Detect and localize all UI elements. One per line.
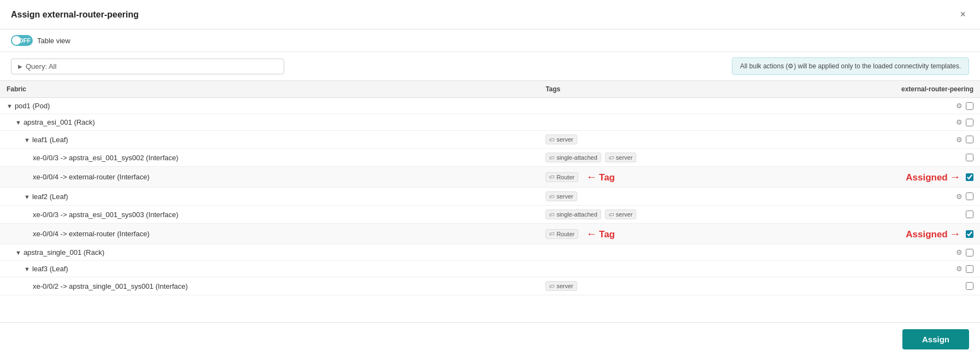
close-button[interactable]: × bbox=[956, 8, 969, 21]
row-checkbox[interactable] bbox=[966, 249, 973, 256]
check-inner: Assigned → bbox=[820, 227, 973, 240]
tags-container: 🏷single-attached🏷server bbox=[545, 209, 807, 219]
fabric-cell: xe-0/0/3 -> apstra_esi_001_sys003 (Inter… bbox=[0, 206, 539, 224]
toggle-state-label: OFF bbox=[19, 37, 31, 44]
table-header: Fabric Tags external-router-peering bbox=[0, 81, 980, 98]
assigned-label: Assigned bbox=[906, 229, 948, 240]
check-cell: ⚙ bbox=[813, 98, 980, 114]
row-checkbox[interactable] bbox=[966, 154, 973, 161]
tags-cell bbox=[539, 244, 813, 261]
check-inner: Assigned → bbox=[820, 171, 973, 183]
tag-pill: 🏷server bbox=[605, 153, 637, 162]
expand-icon[interactable]: ▼ bbox=[15, 119, 21, 126]
fabric-label: xe-0/0/4 -> external-router (Interface) bbox=[33, 173, 150, 181]
row-checkbox[interactable] bbox=[966, 119, 973, 126]
row-checkbox[interactable] bbox=[966, 282, 973, 290]
expand-icon[interactable]: ▼ bbox=[15, 249, 21, 256]
check-cell bbox=[813, 277, 980, 295]
row-checkbox[interactable] bbox=[966, 192, 973, 200]
gear-button[interactable]: ⚙ bbox=[956, 248, 963, 256]
tags-cell: 🏷server bbox=[539, 277, 813, 295]
table-row: xe-0/0/3 -> apstra_esi_001_sys002 (Inter… bbox=[0, 149, 980, 167]
fabric-label: pod1 (Pod) bbox=[15, 102, 50, 110]
check-cell: Assigned → bbox=[813, 224, 980, 244]
tag-label: server bbox=[616, 211, 633, 218]
tags-cell bbox=[539, 261, 813, 277]
table-row: ▼ pod1 (Pod)⚙ bbox=[0, 98, 980, 114]
fabric-cell: ▼ apstra_single_001 (Rack) bbox=[0, 244, 539, 261]
table-row: xe-0/0/3 -> apstra_esi_001_sys003 (Inter… bbox=[0, 206, 980, 224]
tags-container: 🏷Router ← Tag bbox=[545, 227, 807, 240]
assigned-annotation: Assigned → bbox=[906, 227, 963, 240]
modal-header: Assign external-router-peering × bbox=[0, 0, 980, 30]
tag-pill: 🏷server bbox=[545, 191, 577, 201]
modal-toolbar: OFF Table view bbox=[0, 30, 980, 52]
info-text: All bulk actions (⚙) will be applied onl… bbox=[740, 62, 961, 70]
query-text: Query: All bbox=[26, 62, 56, 71]
row-checkbox[interactable] bbox=[966, 173, 973, 181]
expand-icon[interactable]: ▼ bbox=[24, 137, 30, 143]
tag-icon: 🏷 bbox=[549, 212, 555, 218]
gear-button[interactable]: ⚙ bbox=[956, 192, 963, 201]
table-row: ▼ leaf2 (Leaf)🏷server⚙ bbox=[0, 188, 980, 206]
tag-label: server bbox=[556, 136, 573, 143]
filter-bar: ▶ Query: All All bulk actions (⚙) will b… bbox=[0, 52, 980, 80]
fabric-cell: ▼ apstra_esi_001 (Rack) bbox=[0, 114, 539, 131]
expand-icon[interactable]: ▼ bbox=[7, 103, 13, 109]
modal-footer: Assign bbox=[0, 322, 980, 356]
left-arrow-icon: ← bbox=[586, 227, 597, 240]
fabric-label: xe-0/0/3 -> apstra_esi_001_sys003 (Inter… bbox=[33, 211, 178, 219]
assigned-annotation: Assigned → bbox=[906, 171, 963, 183]
tag-icon: 🏷 bbox=[549, 194, 555, 200]
fabric-cell: ▼ leaf3 (Leaf) bbox=[0, 261, 539, 277]
tag-pill: 🏷server bbox=[545, 135, 577, 144]
row-checkbox[interactable] bbox=[966, 136, 973, 143]
gear-button[interactable]: ⚙ bbox=[956, 118, 963, 126]
table-row: ▼ apstra_esi_001 (Rack)⚙ bbox=[0, 114, 980, 131]
fabric-label: apstra_esi_001 (Rack) bbox=[24, 118, 95, 126]
table-body: ▼ pod1 (Pod)⚙▼ apstra_esi_001 (Rack)⚙▼ l… bbox=[0, 98, 980, 295]
tag-pill: 🏷Router bbox=[545, 229, 578, 239]
check-inner: ⚙ bbox=[820, 192, 973, 201]
assign-button[interactable]: Assign bbox=[902, 329, 969, 349]
fabric-label: xe-0/0/3 -> apstra_esi_001_sys002 (Inter… bbox=[33, 154, 178, 162]
tag-icon: 🏷 bbox=[549, 174, 555, 180]
tags-cell bbox=[539, 98, 813, 114]
tag-icon: 🏷 bbox=[609, 155, 614, 161]
row-checkbox[interactable] bbox=[966, 102, 973, 110]
check-cell: ⚙ bbox=[813, 261, 980, 277]
fabric-cell: xe-0/0/2 -> apstra_single_001_sys001 (In… bbox=[0, 277, 539, 295]
row-checkbox[interactable] bbox=[966, 230, 973, 238]
tag-label: Router bbox=[556, 174, 574, 180]
fabric-table: Fabric Tags external-router-peering ▼ po… bbox=[0, 81, 980, 295]
check-inner: ⚙ bbox=[820, 102, 973, 110]
tag-icon: 🏷 bbox=[549, 137, 555, 143]
col-tags: Tags bbox=[539, 81, 813, 98]
gear-button[interactable]: ⚙ bbox=[956, 265, 963, 273]
expand-icon[interactable]: ▼ bbox=[24, 266, 30, 272]
row-checkbox[interactable] bbox=[966, 211, 973, 218]
table-row: xe-0/0/4 -> external-router (Interface)🏷… bbox=[0, 224, 980, 244]
check-cell: ⚙ bbox=[813, 114, 980, 131]
fabric-cell: ▼ leaf1 (Leaf) bbox=[0, 131, 539, 149]
tag-annotation: ← Tag bbox=[582, 227, 615, 240]
check-inner bbox=[820, 154, 973, 161]
query-box[interactable]: ▶ Query: All bbox=[11, 59, 284, 74]
tag-annotation-label: Tag bbox=[599, 172, 615, 183]
fabric-cell: xe-0/0/4 -> external-router (Interface) bbox=[0, 167, 539, 188]
tags-cell: 🏷single-attached🏷server bbox=[539, 149, 813, 167]
tag-pill: 🏷server bbox=[545, 281, 577, 291]
tag-label: Router bbox=[556, 231, 574, 237]
tags-cell: 🏷server bbox=[539, 188, 813, 206]
table-view-toggle[interactable]: OFF bbox=[11, 35, 33, 46]
table-container: Fabric Tags external-router-peering ▼ po… bbox=[0, 80, 980, 322]
gear-button[interactable]: ⚙ bbox=[956, 136, 963, 144]
row-checkbox[interactable] bbox=[966, 265, 973, 273]
toggle-wrap: OFF Table view bbox=[11, 35, 71, 46]
gear-button[interactable]: ⚙ bbox=[956, 102, 963, 110]
tags-container: 🏷Router ← Tag bbox=[545, 171, 807, 183]
fabric-cell: xe-0/0/3 -> apstra_esi_001_sys002 (Inter… bbox=[0, 149, 539, 167]
tags-container: 🏷single-attached🏷server bbox=[545, 153, 807, 162]
fabric-cell: xe-0/0/4 -> external-router (Interface) bbox=[0, 224, 539, 244]
expand-icon[interactable]: ▼ bbox=[24, 194, 30, 200]
